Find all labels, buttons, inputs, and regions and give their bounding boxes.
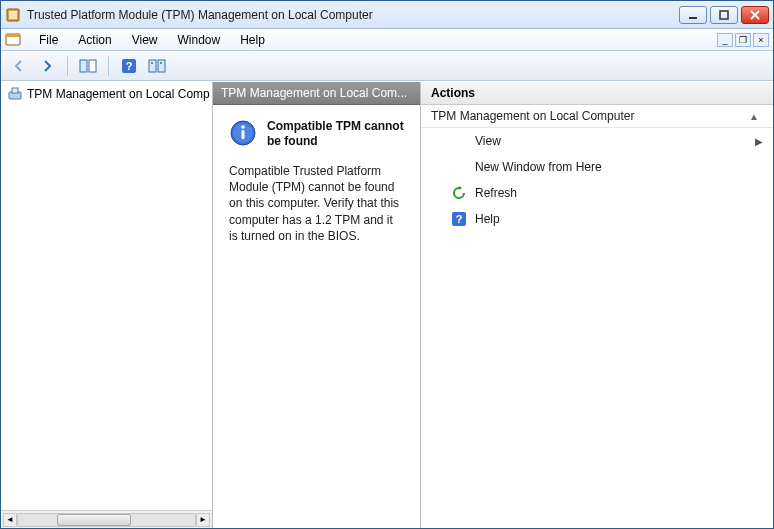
action-view-label: View [475, 134, 501, 148]
svg-text:?: ? [456, 213, 463, 225]
content-area: TPM Management on Local Comp ◄ ► TPM Man… [1, 81, 773, 528]
info-description: Compatible Trusted Platform Module (TPM)… [229, 163, 404, 244]
svg-point-21 [241, 125, 245, 129]
tpm-device-icon [7, 86, 23, 102]
svg-rect-1 [9, 11, 17, 19]
svg-rect-13 [158, 60, 165, 72]
action-view[interactable]: View ▶ [421, 128, 773, 154]
menu-help[interactable]: Help [230, 31, 275, 49]
tree-pane: TPM Management on Local Comp ◄ ► [1, 82, 213, 528]
properties-button[interactable] [145, 54, 169, 78]
svg-rect-12 [149, 60, 156, 72]
help-icon: ? [451, 211, 467, 227]
scroll-track[interactable] [17, 513, 196, 527]
collapse-icon[interactable]: ▲ [745, 111, 763, 122]
tree-root-item[interactable]: TPM Management on Local Comp [1, 82, 212, 106]
action-help[interactable]: ? Help [421, 206, 773, 232]
action-new-window-label: New Window from Here [475, 160, 602, 174]
svg-rect-20 [242, 130, 245, 139]
console-icon [5, 32, 21, 48]
actions-pane: Actions TPM Management on Local Computer… [421, 82, 773, 528]
svg-rect-8 [80, 60, 87, 72]
action-help-label: Help [475, 212, 500, 226]
details-header: TPM Management on Local Com... [213, 82, 420, 105]
title-bar: Trusted Platform Module (TPM) Management… [1, 1, 773, 29]
close-button[interactable] [741, 6, 769, 24]
svg-rect-17 [12, 88, 18, 93]
info-block: Compatible TPM cannot be found [229, 119, 404, 149]
details-body: Compatible TPM cannot be found Compatibl… [213, 105, 420, 528]
scroll-right-button[interactable]: ► [196, 513, 210, 527]
actions-group-header[interactable]: TPM Management on Local Computer ▲ [421, 105, 773, 128]
menu-window[interactable]: Window [168, 31, 231, 49]
scroll-left-button[interactable]: ◄ [3, 513, 17, 527]
maximize-button[interactable] [710, 6, 738, 24]
blank-icon [451, 159, 467, 175]
help-button[interactable]: ? [117, 54, 141, 78]
window-title: Trusted Platform Module (TPM) Management… [27, 8, 679, 22]
svg-rect-3 [720, 11, 728, 19]
app-icon [5, 7, 21, 23]
info-icon [229, 119, 257, 149]
toolbar-separator [108, 56, 109, 76]
toolbar-separator [67, 56, 68, 76]
refresh-icon [451, 185, 467, 201]
mdi-restore-button[interactable]: ❐ [735, 33, 751, 47]
mdi-close-button[interactable]: × [753, 33, 769, 47]
forward-button[interactable] [35, 54, 59, 78]
menu-view[interactable]: View [122, 31, 168, 49]
svg-rect-7 [6, 34, 20, 37]
actions-header: Actions [421, 82, 773, 105]
minimize-button[interactable] [679, 6, 707, 24]
svg-point-14 [151, 62, 153, 64]
menu-file[interactable]: File [29, 31, 68, 49]
scroll-thumb[interactable] [57, 514, 131, 526]
svg-rect-9 [89, 60, 96, 72]
toolbar: ? [1, 51, 773, 81]
mdi-minimize-button[interactable]: _ [717, 33, 733, 47]
actions-group-title: TPM Management on Local Computer [431, 109, 745, 123]
back-button[interactable] [7, 54, 31, 78]
info-heading: Compatible TPM cannot be found [267, 119, 404, 149]
action-refresh-label: Refresh [475, 186, 517, 200]
blank-icon [451, 133, 467, 149]
action-new-window[interactable]: New Window from Here [421, 154, 773, 180]
horizontal-scrollbar[interactable]: ◄ ► [1, 510, 212, 528]
svg-text:?: ? [126, 60, 133, 72]
details-pane: TPM Management on Local Com... Compatibl… [213, 82, 421, 528]
tree-root-label: TPM Management on Local Comp [27, 87, 210, 101]
mdi-controls: _ ❐ × [717, 33, 769, 47]
action-refresh[interactable]: Refresh [421, 180, 773, 206]
window-controls [679, 6, 769, 24]
menu-bar: File Action View Window Help _ ❐ × [1, 29, 773, 51]
menu-action[interactable]: Action [68, 31, 121, 49]
show-hide-tree-button[interactable] [76, 54, 100, 78]
svg-point-15 [160, 62, 162, 64]
chevron-right-icon: ▶ [755, 136, 763, 147]
